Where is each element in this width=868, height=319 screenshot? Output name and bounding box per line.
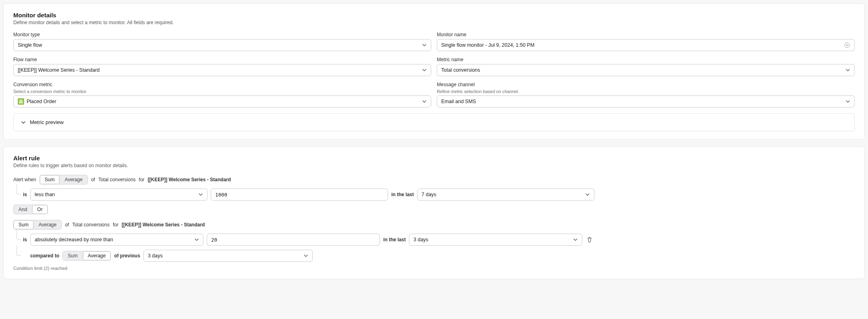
metric-name-label: Metric name: [437, 57, 855, 62]
monitor-details-desc: Define monitor details and select a metr…: [13, 20, 855, 25]
flow-name-label: Flow name: [13, 57, 431, 62]
chevron-down-icon: [422, 43, 427, 48]
shopify-icon: [18, 98, 24, 105]
monitor-details-title: Monitor details: [13, 12, 855, 19]
for-label-2: for: [113, 222, 118, 228]
is-label: is: [23, 192, 27, 197]
aggregation-toggle-2: Sum Average: [13, 220, 62, 230]
or-button[interactable]: Or: [32, 205, 47, 214]
message-channel-value: Email and SMS: [441, 99, 476, 104]
condition-limit-text: Condition limit (2) reached: [13, 266, 855, 271]
metric-text: Total conversions: [98, 177, 136, 182]
of-label: of: [91, 177, 95, 182]
flow-name-value: [[KEEP]] Welcome Series - Standard: [18, 67, 100, 73]
previous-period-select[interactable]: 3 days: [143, 250, 313, 262]
metric-name-select[interactable]: Total conversions: [437, 64, 855, 76]
metric-preview-toggle[interactable]: Metric preview: [13, 113, 855, 131]
alert-rule-card: Alert rule Define rules to trigger alert…: [3, 146, 865, 279]
chevron-down-icon: [303, 253, 308, 258]
value-input-2[interactable]: 20: [207, 234, 380, 246]
boolean-group: And Or: [13, 205, 855, 214]
and-button[interactable]: And: [14, 205, 32, 214]
monitor-type-select[interactable]: Single flow: [13, 39, 431, 51]
chevron-down-icon: [422, 68, 427, 72]
value-2: 20: [211, 237, 217, 243]
message-channel-sub: Refine metric selection based on channel…: [437, 89, 855, 94]
sum-button-2[interactable]: Sum: [14, 220, 33, 229]
period-select-2[interactable]: 3 days: [409, 234, 582, 246]
chevron-down-icon: [21, 120, 26, 125]
conversion-metric-select[interactable]: Placed Order: [13, 95, 431, 108]
metric-text-2: Total conversions: [72, 222, 110, 228]
flow-text-2: [[KEEP]] Welcome Series - Standard: [122, 222, 205, 228]
compare-average-button[interactable]: Average: [83, 251, 110, 260]
metric-name-value: Total conversions: [441, 67, 480, 73]
operator-select-2[interactable]: absolutely decreased by more than: [30, 234, 204, 246]
period-select-1[interactable]: 7 days: [417, 188, 594, 201]
sum-button[interactable]: Sum: [40, 175, 60, 184]
operator-select-1[interactable]: less than: [30, 188, 208, 201]
period-value-1: 7 days: [422, 192, 436, 197]
in-the-last-label-2: in the last: [383, 237, 406, 242]
average-button[interactable]: Average: [59, 175, 87, 184]
alert-when-label: Alert when: [13, 177, 36, 182]
of-label-2: of: [65, 222, 69, 228]
conversion-metric-label: Conversion metric: [13, 82, 431, 87]
is-label-2: is: [23, 237, 27, 242]
chevron-down-icon: [845, 68, 850, 72]
metric-preview-title: Metric preview: [30, 119, 64, 125]
condition2-compare-row: compared to Sum Average of previous 3 da…: [13, 250, 855, 262]
message-channel-label: Message channel: [437, 82, 855, 87]
value-input-1[interactable]: 1000: [211, 188, 388, 201]
compare-sum-button[interactable]: Sum: [63, 251, 83, 260]
of-previous-label: of previous: [114, 253, 140, 259]
chevron-down-icon: [585, 192, 590, 197]
alert-rule-desc: Define rules to trigger alerts based on …: [13, 163, 855, 168]
condition2-header: Sum Average of Total conversions for [[K…: [13, 220, 855, 230]
flow-name-select[interactable]: [[KEEP]] Welcome Series - Standard: [13, 64, 431, 76]
compared-to-label: compared to: [30, 253, 59, 259]
period-value-2: 3 days: [413, 237, 428, 242]
for-label: for: [139, 177, 145, 182]
condition1-header: Alert when Sum Average of Total conversi…: [13, 175, 855, 184]
monitor-type-label: Monitor type: [13, 32, 431, 37]
conversion-metric-sub: Select a conversion metric to monitor.: [13, 89, 431, 94]
operator-value-1: less than: [35, 192, 55, 197]
chevron-down-icon: [573, 237, 578, 242]
monitor-type-value: Single flow: [18, 42, 42, 48]
conversion-metric-value: Placed Order: [27, 99, 56, 104]
compare-aggregation-toggle: Sum Average: [62, 251, 111, 261]
monitor-name-label: Monitor name: [437, 32, 855, 37]
chevron-down-icon: [422, 99, 427, 104]
boolean-toggle: And Or: [13, 205, 48, 214]
monitor-details-card: Monitor details Define monitor details a…: [3, 3, 865, 140]
aggregation-toggle-1: Sum Average: [39, 175, 88, 184]
chevron-down-icon: [194, 237, 199, 242]
delete-icon[interactable]: [586, 236, 594, 244]
message-channel-select[interactable]: Email and SMS: [437, 95, 855, 108]
monitor-name-input[interactable]: Single flow monitor - Jul 9, 2024, 1:50 …: [437, 39, 855, 51]
flow-text: [[KEEP]] Welcome Series - Standard: [148, 177, 231, 182]
condition2-rule: is absolutely decreased by more than 20 …: [13, 234, 855, 246]
chevron-down-icon: [845, 99, 850, 104]
average-button-2[interactable]: Average: [33, 220, 61, 229]
value-1: 1000: [215, 192, 227, 198]
previous-period-value: 3 days: [148, 253, 163, 259]
operator-value-2: absolutely decreased by more than: [35, 237, 113, 242]
monitor-name-value: Single flow monitor - Jul 9, 2024, 1:50 …: [441, 42, 534, 48]
condition1-rule: is less than 1000 in the last 7 days: [13, 188, 855, 201]
clear-icon[interactable]: [844, 42, 850, 48]
in-the-last-label: in the last: [391, 192, 414, 197]
alert-rule-title: Alert rule: [13, 155, 855, 162]
chevron-down-icon: [198, 192, 203, 197]
